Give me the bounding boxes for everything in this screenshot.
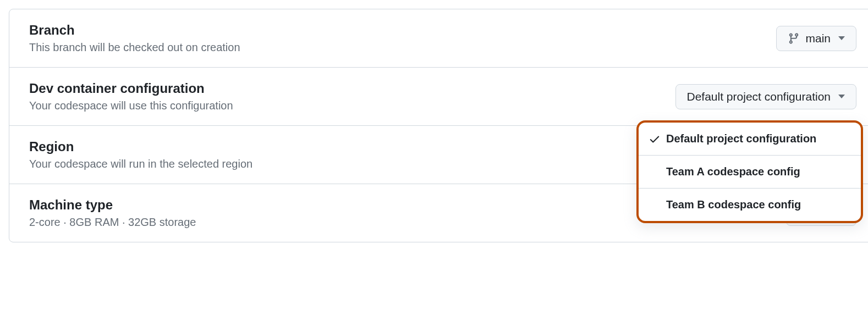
option-label: Team B codespace config [666, 198, 801, 211]
option-label: Default project configuration [666, 132, 816, 145]
devcontainer-select-button[interactable]: Default project configuration [675, 84, 857, 109]
branch-value: main [805, 32, 831, 45]
option-label: Team A codespace config [666, 165, 800, 178]
devcontainer-title: Dev container configuration [29, 81, 675, 96]
branch-title: Branch [29, 23, 776, 38]
devcontainer-desc: Your codespace will use this configurati… [29, 99, 675, 112]
caret-down-icon [838, 95, 845, 98]
check-icon [649, 133, 661, 145]
codespace-config-panel: Branch This branch will be checked out o… [9, 9, 868, 242]
devcontainer-row: Dev container configuration Your codespa… [9, 68, 868, 126]
devcontainer-option-team-b[interactable]: Team B codespace config [639, 189, 861, 221]
devcontainer-value: Default project configuration [687, 90, 831, 103]
branch-text: Branch This branch will be checked out o… [29, 23, 776, 54]
branch-row: Branch This branch will be checked out o… [9, 9, 868, 68]
branch-desc: This branch will be checked out on creat… [29, 41, 776, 54]
devcontainer-option-default[interactable]: Default project configuration [639, 123, 861, 156]
branch-select-button[interactable]: main [776, 26, 856, 51]
check-wrap [649, 133, 666, 145]
git-branch-icon [788, 32, 800, 45]
devcontainer-dropdown: Default project configuration Team A cod… [636, 120, 863, 223]
devcontainer-option-team-a[interactable]: Team A codespace config [639, 156, 861, 189]
caret-down-icon [838, 36, 845, 40]
devcontainer-text: Dev container configuration Your codespa… [29, 81, 675, 112]
